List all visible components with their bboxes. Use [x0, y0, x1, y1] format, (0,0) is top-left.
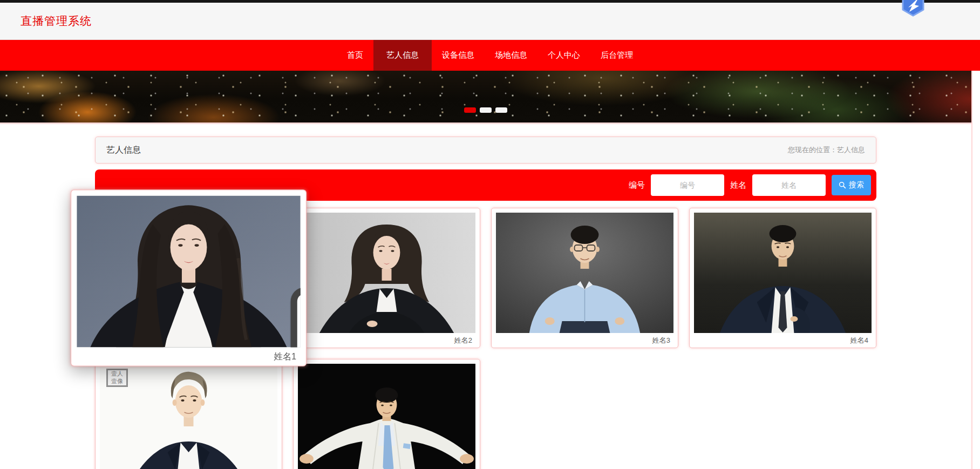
artist-card-grid: 姓名1: [95, 208, 876, 469]
carousel-dots: [464, 107, 507, 113]
artist-photo-5: 壹人壹像: [100, 364, 277, 469]
hand-cursor: [206, 277, 301, 348]
breadcrumb-bar: 艺人信息 您现在的位置：艺人信息: [95, 137, 876, 164]
brand-title: 直播管理系统: [21, 13, 92, 29]
watermark-text: 壹人壹像: [110, 370, 124, 385]
page-title: 艺人信息: [106, 145, 141, 156]
photo-watermark-stamp: 壹人壹像: [106, 369, 128, 387]
carousel-dot[interactable]: [480, 107, 492, 113]
nav-item-admin[interactable]: 后台管理: [590, 40, 643, 71]
page: 直播管理系统 首页 艺人信息 设备信息 场地信息 个人中心 后台管理 艺人信息 …: [0, 0, 980, 469]
artist-card-2[interactable]: 姓名2: [293, 208, 480, 348]
nav-item-venue[interactable]: 场地信息: [485, 40, 537, 71]
carousel-banner-night-city: [0, 71, 971, 124]
artist-card-3[interactable]: 姓名3: [491, 208, 678, 348]
content-wrapper: 艺人信息 您现在的位置：艺人信息 编号 姓名 搜索: [0, 71, 972, 469]
artist-name: 姓名3: [496, 333, 673, 348]
artist-card-5[interactable]: 壹人壹像: [95, 359, 282, 469]
artist-card-1-hovered[interactable]: 姓名1: [71, 189, 307, 366]
name-field-label: 姓名: [730, 180, 746, 191]
id-field-label: 编号: [629, 180, 645, 191]
artist-name: 姓名4: [694, 333, 872, 348]
artist-card-4[interactable]: 姓名4: [689, 208, 876, 348]
artist-name: 姓名1: [77, 348, 301, 366]
header: 直播管理系统: [0, 3, 980, 40]
id-input[interactable]: [651, 174, 724, 196]
nav-item-profile[interactable]: 个人中心: [537, 40, 590, 71]
carousel-dot[interactable]: [464, 107, 476, 113]
blue-hexagon-badge-icon[interactable]: [900, 0, 927, 17]
artist-photo-6: [298, 364, 475, 469]
main-nav: 首页 艺人信息 设备信息 场地信息 个人中心 后台管理: [0, 40, 980, 71]
artist-photo-1: [77, 196, 301, 348]
magnifier-icon: [839, 181, 846, 189]
artist-photo-2: [298, 213, 475, 333]
artist-name: 姓名2: [298, 333, 475, 348]
content-column: 艺人信息 您现在的位置：艺人信息 编号 姓名 搜索: [95, 124, 876, 469]
nav-item-artists[interactable]: 艺人信息: [373, 40, 432, 71]
artist-card-6[interactable]: [293, 359, 480, 469]
carousel-dot[interactable]: [495, 107, 507, 113]
search-button[interactable]: 搜索: [832, 175, 871, 195]
nav-item-equipment[interactable]: 设备信息: [432, 40, 485, 71]
search-button-label: 搜索: [849, 180, 864, 190]
artist-photo-3: [496, 213, 673, 333]
name-input[interactable]: [752, 174, 826, 196]
nav-item-home[interactable]: 首页: [337, 40, 373, 71]
breadcrumb: 您现在的位置：艺人信息: [788, 145, 865, 155]
artist-photo-4: [694, 213, 872, 333]
